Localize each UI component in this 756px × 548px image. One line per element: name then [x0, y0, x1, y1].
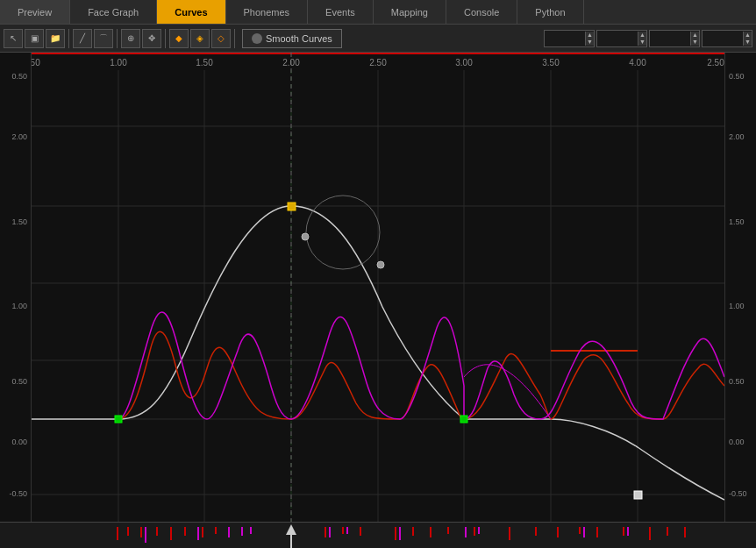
svg-rect-33	[197, 527, 199, 540]
num-down-4[interactable]: ▼	[743, 39, 752, 46]
smooth-icon	[252, 33, 262, 44]
y-label-left-top: 0.50	[11, 72, 27, 81]
svg-text:1.00: 1.00	[110, 58, 127, 68]
tool-open[interactable]: 📁	[46, 29, 65, 48]
num-field-4[interactable]: -32.55	[703, 33, 743, 43]
y-label-right-050: 0.50	[729, 377, 745, 386]
smooth-button-label: Smooth Curves	[266, 33, 332, 44]
num-field-3[interactable]: -32.55	[650, 33, 690, 43]
num-up-2[interactable]: ▲	[638, 32, 646, 39]
keyframe-white	[634, 491, 642, 499]
tab-curves[interactable]: Curves	[157, 0, 225, 24]
svg-rect-53	[684, 527, 686, 537]
y-label-right-000: 0.00	[729, 438, 745, 446]
svg-text:4.00: 4.00	[629, 58, 646, 68]
tool-line[interactable]: ╱	[73, 29, 92, 48]
svg-text:2.00: 2.00	[282, 58, 300, 68]
svg-rect-26	[140, 527, 142, 537]
svg-rect-62	[290, 535, 292, 548]
svg-rect-57	[465, 527, 467, 537]
timeline[interactable]	[0, 522, 756, 548]
svg-rect-42	[430, 527, 431, 537]
handle-dot-right	[377, 261, 384, 268]
tab-preview[interactable]: Preview	[0, 0, 70, 24]
num-input-2[interactable]: 1.5000 ▲ ▼	[596, 30, 647, 47]
y-label-right-neg050: -0.50	[729, 489, 747, 498]
svg-rect-60	[627, 527, 629, 536]
y-label-left-000: 0.00	[11, 438, 27, 446]
tool-pan[interactable]: ✥	[142, 29, 161, 48]
svg-rect-34	[228, 527, 230, 537]
smooth-curves-button[interactable]: Smooth Curves	[242, 29, 342, 48]
svg-rect-31	[215, 527, 217, 534]
control-handle-circle	[306, 196, 380, 269]
svg-rect-37	[325, 527, 326, 537]
svg-rect-44	[474, 527, 475, 536]
y-label-left-100: 1.00	[11, 302, 27, 310]
svg-rect-58	[478, 527, 480, 534]
separator-3	[165, 29, 166, 48]
tool-pointer[interactable]: ↖	[4, 29, 23, 48]
svg-rect-52	[667, 527, 668, 536]
separator-4	[234, 29, 235, 48]
num-down-3[interactable]: ▼	[690, 39, 699, 46]
chart-canvas[interactable]: 0.50 1.00 1.50 2.00 2.50 3.00 3.50 4.00 …	[32, 53, 724, 522]
svg-rect-56	[399, 527, 401, 540]
tool-zoom[interactable]: ⊕	[121, 29, 140, 48]
svg-text:3.00: 3.00	[455, 58, 473, 68]
num-down-1[interactable]: ▼	[585, 39, 594, 46]
svg-text:1.50: 1.50	[196, 58, 213, 68]
y-label-left-200: 2.00	[11, 132, 27, 141]
num-up-4[interactable]: ▲	[743, 32, 752, 39]
svg-rect-36	[250, 527, 252, 534]
tab-console[interactable]: Console	[446, 0, 517, 24]
toolbar: ↖ ▣ 📁 ╱ ⌒ ⊕ ✥ ◆ ◈ ◇ Smooth Curves 2.125 …	[0, 25, 756, 53]
tab-events[interactable]: Events	[308, 0, 374, 24]
svg-rect-35	[241, 527, 243, 536]
svg-rect-51	[649, 527, 651, 540]
chart-container: 0.50 2.00 1.50 1.00 0.50 0.00 -0.50	[0, 53, 756, 522]
y-axis-right: 0.50 2.00 1.50 1.00 0.50 0.00 -0.50	[724, 53, 756, 522]
svg-rect-30	[202, 527, 203, 537]
num-input-1[interactable]: 2.125 ▲ ▼	[544, 30, 595, 47]
svg-rect-23	[0, 523, 756, 548]
svg-rect-29	[184, 527, 186, 536]
tool-key1[interactable]: ◆	[169, 29, 189, 48]
y-axis-left: 0.50 2.00 1.50 1.00 0.50 0.00 -0.50	[0, 53, 32, 522]
tool-key3[interactable]: ◇	[211, 29, 231, 48]
svg-rect-32	[145, 527, 146, 543]
svg-text:2.50: 2.50	[707, 58, 724, 68]
svg-rect-43	[447, 527, 449, 534]
svg-rect-47	[557, 527, 559, 537]
tab-face-graph[interactable]: Face Graph	[70, 0, 157, 24]
svg-rect-41	[412, 527, 414, 536]
tab-mapping[interactable]: Mapping	[374, 0, 446, 24]
num-input-4[interactable]: -32.55 ▲ ▼	[702, 30, 752, 47]
svg-rect-39	[360, 527, 361, 536]
tab-python[interactable]: Python	[517, 0, 583, 24]
keyframe-green-1	[115, 416, 122, 423]
separator-1	[68, 29, 69, 48]
tab-phonemes[interactable]: Phonemes	[226, 0, 309, 24]
svg-rect-49	[596, 527, 598, 537]
num-up-1[interactable]: ▲	[585, 32, 594, 39]
num-down-2[interactable]: ▼	[638, 39, 646, 46]
svg-rect-24	[117, 527, 118, 540]
num-input-3[interactable]: -32.55 ▲ ▼	[649, 30, 700, 47]
num-field-1[interactable]: 2.125	[545, 33, 585, 43]
num-field-2[interactable]: 1.5000	[597, 33, 638, 43]
tool-select[interactable]: ▣	[25, 29, 44, 48]
keyframe-green-2	[460, 416, 467, 423]
tool-curve[interactable]: ⌒	[94, 29, 113, 48]
y-label-left-neg050: -0.50	[9, 489, 27, 498]
num-up-3[interactable]: ▲	[690, 32, 699, 39]
svg-rect-59	[583, 527, 585, 537]
timeline-svg	[0, 523, 756, 548]
chart-svg: 0.50 1.00 1.50 2.00 2.50 3.00 3.50 4.00 …	[32, 53, 724, 522]
tab-bar: Preview Face Graph Curves Phonemes Event…	[0, 0, 756, 25]
svg-rect-38	[342, 527, 344, 534]
tool-key2[interactable]: ◈	[190, 29, 210, 48]
svg-rect-27	[156, 527, 158, 536]
svg-rect-50	[623, 527, 624, 536]
keyframe-yellow	[288, 203, 296, 210]
